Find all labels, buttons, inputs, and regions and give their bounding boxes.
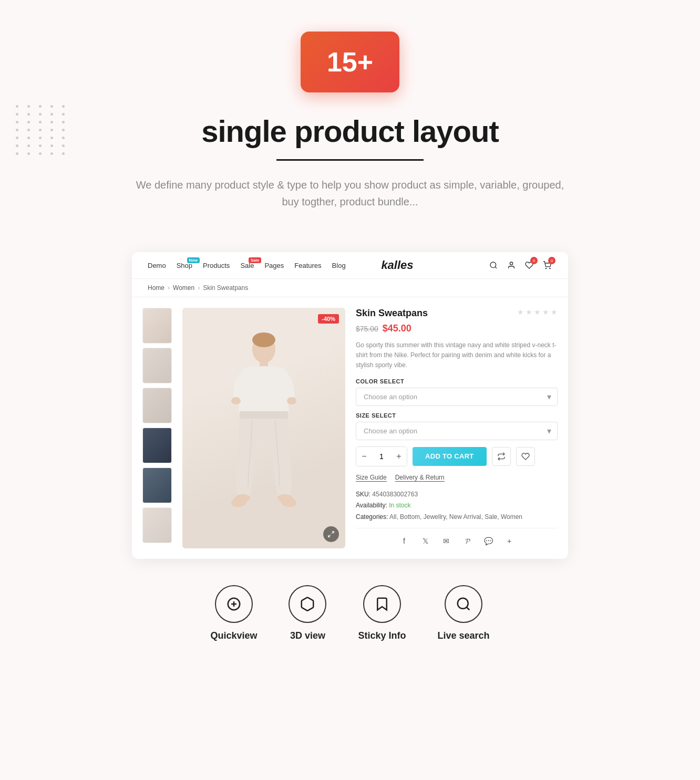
delivery-return-link[interactable]: Delivery & Return [395,474,445,482]
svg-point-4 [550,268,550,268]
more-share[interactable]: + [502,534,517,548]
count-badge: 15+ [301,32,399,92]
svg-point-6 [252,332,275,347]
quantity-input[interactable]: 1 [372,452,391,461]
search-icon[interactable] [488,260,499,271]
nav-products[interactable]: Products [203,262,230,269]
hero-description: We define many product style & type to h… [135,176,565,210]
cart-actions: − 1 + ADD TO CART [356,446,558,466]
svg-line-19 [467,607,469,610]
nav-shop[interactable]: Shop New [177,262,192,269]
nav-icons-group: 0 0 [449,260,552,271]
categories-row: Categories: All, Bottom, Jewellry, New A… [356,512,558,523]
categories-value: All, Bottom, Jewellry, New Arrival, Sale… [389,513,522,521]
svg-point-9 [287,397,296,404]
dots-decoration [16,105,68,155]
wishlist-button[interactable] [516,447,535,466]
quickview-label: Quickview [210,630,257,641]
categories-label: Categories: [356,513,388,521]
svg-rect-10 [240,411,288,419]
sticky-info-label: Sticky Info [358,630,406,641]
size-guide-link[interactable]: Size Guide [356,474,387,482]
breadcrumb-women[interactable]: Women [173,284,194,292]
thumbnail-6[interactable] [142,507,172,543]
add-to-cart-button[interactable]: ADD TO CART [413,447,487,466]
svg-line-14 [328,535,331,537]
sku-value: 4540383002763 [372,491,418,498]
3d-view-icon[interactable] [289,585,326,623]
nav-sale[interactable]: Sale Sale [240,262,254,269]
thumbnail-4[interactable] [142,428,172,463]
original-price: $75.00 [356,325,378,333]
breadcrumb-current: Skin Sweatpans [203,284,248,292]
sale-price: $45.00 [383,323,411,334]
new-badge: New [187,257,200,263]
nav-pages[interactable]: Pages [264,262,284,269]
svg-point-2 [510,262,512,265]
nav-blog[interactable]: Blog [332,262,346,269]
wishlist-count: 0 [530,257,538,264]
availability-row: Availability: In stock [356,500,558,512]
sku-row: SKU: 4540383002763 [356,489,558,501]
product-meta-links: Size Guide Delivery & Return [356,474,558,482]
product-image [182,308,345,548]
nav-links: Demo Shop New Products Sale Sale Pages F… [148,262,346,269]
quantity-decrease[interactable]: − [356,447,372,466]
product-main-image: -40% [182,308,345,548]
product-rating: ★★★★★ [517,308,558,316]
facebook-share[interactable]: f [397,534,411,548]
svg-line-1 [495,267,497,268]
availability-value: In stock [389,502,410,509]
product-price: $75.00 $45.00 [356,323,558,334]
color-select[interactable]: Choose an option [356,388,558,406]
svg-point-8 [231,397,241,404]
feature-live-search: Live search [438,585,490,641]
color-select-label: COLOR SELECT [356,378,558,384]
live-search-icon[interactable] [445,585,482,623]
email-share[interactable]: ✉ [439,534,454,548]
feature-quickview: Quickview [210,585,257,641]
thumbnail-1[interactable] [142,308,172,344]
cart-count: 0 [548,257,555,264]
feature-3d-view: 3D view [289,585,326,641]
sale-badge: Sale [249,257,261,263]
quantity-control: − 1 + [356,446,407,466]
product-info-panel: Skin Sweatpans ★★★★★ $75.00 $45.00 Go sp… [356,308,558,548]
social-share: f 𝕏 ✉ 𝓟 💬 + [356,528,558,548]
breadcrumb-sep-2: › [198,284,200,292]
site-logo: kalles [346,258,449,272]
feature-sticky-info: Sticky Info [358,585,406,641]
title-underline [276,159,424,161]
color-select-wrap: Choose an option ▾ [356,388,558,406]
product-thumbnails [142,308,172,548]
compare-button[interactable] [492,447,511,466]
twitter-share[interactable]: 𝕏 [418,534,433,548]
page-title: single product layout [11,113,689,149]
live-search-label: Live search [438,630,490,641]
size-select-label: SIZE SELECT [356,412,558,419]
availability-label: Availability: [356,502,387,509]
nav-demo[interactable]: Demo [148,262,166,269]
cart-icon[interactable]: 0 [542,260,552,271]
demo-navbar: Demo Shop New Products Sale Sale Pages F… [132,252,568,279]
messenger-share[interactable]: 💬 [481,534,496,548]
size-select[interactable]: Choose an option [356,422,558,440]
breadcrumb: Home › Women › Skin Sweatpans [132,279,568,297]
sticky-info-icon[interactable] [363,585,401,623]
breadcrumb-home[interactable]: Home [148,284,164,292]
thumbnail-3[interactable] [142,388,172,423]
svg-point-3 [545,268,546,268]
thumbnail-2[interactable] [142,348,172,383]
account-icon[interactable] [506,260,517,271]
size-select-wrap: Choose an option ▾ [356,422,558,440]
wishlist-icon[interactable]: 0 [524,260,534,271]
pinterest-share[interactable]: 𝓟 [460,534,475,548]
quantity-increase[interactable]: + [391,447,407,466]
sku-label: SKU: [356,491,370,498]
features-section: Quickview 3D view Sticky Info Live searc… [0,559,700,673]
breadcrumb-sep-1: › [168,284,170,292]
nav-features[interactable]: Features [294,262,321,269]
thumbnail-5[interactable] [142,467,172,503]
quickview-icon[interactable] [215,585,253,623]
discount-badge: -40% [318,314,339,324]
